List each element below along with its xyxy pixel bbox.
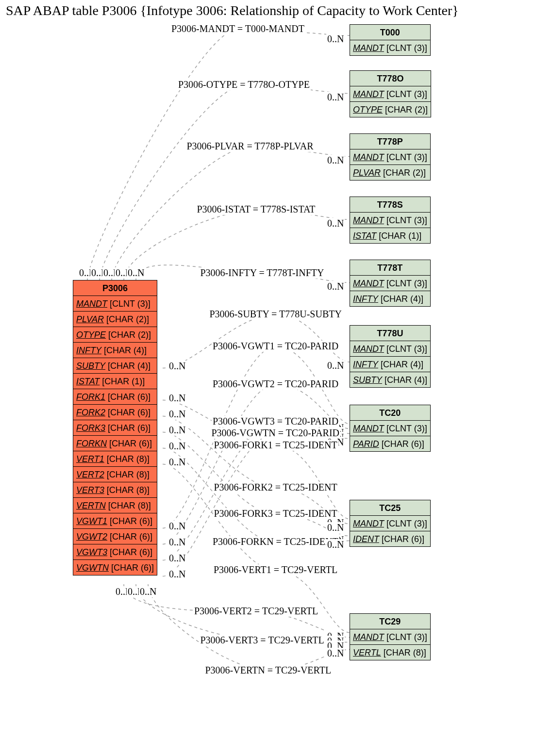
- left-table-field-type: [CHAR (8)]: [106, 501, 151, 510]
- right-table-t778o-field-type: [CHAR (2)]: [383, 105, 428, 115]
- left-table-field-row: FORK1 [CHAR (6)]: [73, 389, 157, 405]
- right-table-tc25-field-type: [CLNT (3)]: [384, 519, 427, 528]
- right-table-tc29-field-name: VERTL: [353, 648, 381, 657]
- left-table-card: P3006MANDT [CLNT (3)]PLVAR [CHAR (2)]OTY…: [73, 280, 157, 575]
- right-table-t778u-field-name: INFTY: [353, 360, 378, 369]
- left-table-field-name: SUBTY: [76, 361, 105, 371]
- left-table-field-row: VERT2 [CHAR (8)]: [73, 466, 157, 482]
- right-table-t778u-field-row: MANDT [CLNT (3)]: [350, 341, 431, 357]
- relationship-label: P3006-OTYPE = T778O-OTYPE: [177, 79, 311, 90]
- left-table-field-type: [CHAR (6)]: [107, 439, 152, 448]
- left-table-field-name: ISTAT: [76, 377, 100, 386]
- left-table-field-type: [CHAR (6)]: [105, 392, 151, 402]
- relationship-line: [163, 448, 350, 542]
- left-table-field-name: VERT1: [76, 454, 104, 464]
- cardinality-right-label: 0..N: [326, 360, 345, 371]
- cardinality-right-label: 0..N: [326, 648, 345, 659]
- left-table-field-name: VERT3: [76, 485, 104, 495]
- right-table-t778p-field-name: MANDT: [353, 152, 384, 162]
- right-table-tc25-field-row: IDENT [CHAR (6)]: [350, 531, 431, 547]
- left-table-field-name: FORK3: [76, 423, 105, 433]
- left-table-field-row: SUBTY [CHAR (4)]: [73, 358, 157, 374]
- right-table-tc29-field-name: MANDT: [353, 632, 384, 642]
- relationship-label: P3006-PLVAR = T778P-PLVAR: [186, 141, 315, 152]
- right-table-t778s-field-row: ISTAT [CHAR (1)]: [350, 228, 431, 244]
- cardinality-left-label: 0..N: [127, 267, 145, 279]
- left-table-field-type: [CHAR (8)]: [104, 485, 150, 495]
- right-table-t778o-field-row: OTYPE [CHAR (2)]: [350, 101, 431, 117]
- cardinality-left-label: 0..N: [168, 521, 186, 532]
- relationship-label: P3006-VERT2 = TC29-VERTL: [193, 606, 319, 617]
- cardinality-right-label: 0..N: [326, 522, 345, 533]
- relationship-line: [87, 29, 350, 280]
- right-table-tc29-field-type: [CHAR (8)]: [381, 648, 426, 657]
- relationship-label: P3006-VERTN = TC29-VERTL: [204, 665, 333, 676]
- cardinality-right-label: 0..N: [326, 218, 345, 229]
- right-table-t778p-field-row: MANDT [CLNT (3)]: [350, 149, 431, 165]
- left-table-field-row: VERTN [CHAR (8)]: [73, 497, 157, 513]
- right-table-t778s-card: T778SMANDT [CLNT (3)]ISTAT [CHAR (1)]: [350, 197, 431, 244]
- right-table-t778u-header: T778U: [350, 325, 431, 341]
- right-table-tc20-field-name: MANDT: [353, 424, 384, 433]
- cardinality-right-label: 0..N: [326, 155, 345, 166]
- right-table-t778p-field-type: [CHAR (2)]: [381, 168, 426, 178]
- right-table-t778s-field-type: [CLNT (3)]: [384, 215, 427, 225]
- left-table-field-row: INFTY [CHAR (4)]: [73, 342, 157, 358]
- right-table-t778t-card: T778TMANDT [CLNT (3)]INFTY [CHAR (4)]: [350, 260, 431, 307]
- relationship-label: P3006-VERT1 = TC29-VERTL: [213, 564, 338, 575]
- right-table-t778t-field-row: MANDT [CLNT (3)]: [350, 275, 431, 291]
- right-table-t000-header: T000: [350, 24, 431, 40]
- left-table-field-row: VGWT2 [CHAR (6)]: [73, 528, 157, 544]
- left-table-field-row: VGWT1 [CHAR (6)]: [73, 513, 157, 529]
- left-table-field-row: VGWT3 [CHAR (6)]: [73, 544, 157, 560]
- right-table-tc20-field-name: PARID: [353, 439, 379, 449]
- left-table-field-type: [CHAR (4)]: [101, 345, 147, 355]
- right-table-t000-field-type: [CLNT (3)]: [384, 43, 427, 53]
- relationship-label: P3006-SUBTY = T778U-SUBTY: [209, 309, 343, 320]
- cardinality-left-label: 0..N: [139, 586, 157, 597]
- right-table-tc29-field-type: [CLNT (3)]: [384, 632, 427, 642]
- right-table-t778s-header: T778S: [350, 197, 431, 213]
- left-table-field-row: VGWTN [CHAR (6)]: [73, 559, 157, 575]
- right-table-t778u-field-type: [CLNT (3)]: [384, 344, 427, 354]
- right-table-t778u-field-name: SUBTY: [353, 375, 382, 385]
- left-table-field-name: VGWT2: [76, 532, 107, 542]
- left-table-field-row: PLVAR [CHAR (2)]: [73, 311, 157, 327]
- right-table-tc25-field-row: MANDT [CLNT (3)]: [350, 515, 431, 531]
- relationship-label: P3006-FORK2 = TC25-IDENT: [213, 482, 338, 493]
- left-table-field-name: FORK1: [76, 392, 105, 402]
- right-table-t778u-field-row: INFTY [CHAR (4)]: [350, 356, 431, 372]
- relationship-label: P3006-MANDT = T000-MANDT: [170, 23, 305, 34]
- right-table-tc20-field-type: [CLNT (3)]: [384, 424, 427, 433]
- relationship-label: P3006-INFTY = T778T-INFTY: [200, 267, 325, 279]
- right-table-t778p-field-type: [CLNT (3)]: [384, 152, 427, 162]
- right-table-t778u-field-row: SUBTY [CHAR (4)]: [350, 372, 431, 388]
- relationship-label: P3006-ISTAT = T778S-ISTAT: [196, 204, 317, 215]
- right-table-tc29-card: TC29MANDT [CLNT (3)]VERTL [CHAR (8)]: [350, 613, 431, 660]
- relationship-label: P3006-VGWTN = TC20-PARID: [211, 427, 341, 439]
- right-table-t778t-field-type: [CLNT (3)]: [384, 279, 427, 288]
- right-table-tc20-field-type: [CHAR (6)]: [379, 439, 424, 449]
- left-table-field-name: VGWTN: [76, 563, 109, 573]
- right-table-t778u-field-type: [CHAR (4)]: [378, 360, 423, 369]
- cardinality-left-label: 0..N: [168, 569, 186, 580]
- left-table-field-type: [CHAR (4)]: [105, 361, 151, 371]
- right-table-t778s-field-row: MANDT [CLNT (3)]: [350, 212, 431, 228]
- right-table-t778t-field-name: INFTY: [353, 294, 378, 304]
- left-table-field-name: VERT2: [76, 470, 104, 479]
- left-table-field-type: [CHAR (6)]: [107, 532, 152, 542]
- right-table-t778o-field-name: MANDT: [353, 89, 384, 99]
- cardinality-left-label: 0..N: [168, 425, 186, 436]
- left-table-field-row: ISTAT [CHAR (1)]: [73, 373, 157, 389]
- cardinality-right-label: 0..N: [326, 281, 345, 292]
- left-table-field-name: PLVAR: [76, 314, 104, 324]
- relationship-line: [163, 433, 350, 576]
- cardinality-left-label: 0..N: [168, 361, 186, 372]
- right-table-t778p-field-name: PLVAR: [353, 168, 381, 178]
- relationship-label: P3006-FORKN = TC25-IDENT: [212, 536, 339, 547]
- relationship-label: P3006-VGWT2 = TC20-PARID: [212, 378, 339, 390]
- right-table-t778t-header: T778T: [350, 260, 431, 276]
- cardinality-right-label: 0..N: [326, 539, 345, 550]
- left-table-field-name: VERTN: [76, 501, 106, 510]
- right-table-tc25-card: TC25MANDT [CLNT (3)]IDENT [CHAR (6)]: [350, 500, 431, 547]
